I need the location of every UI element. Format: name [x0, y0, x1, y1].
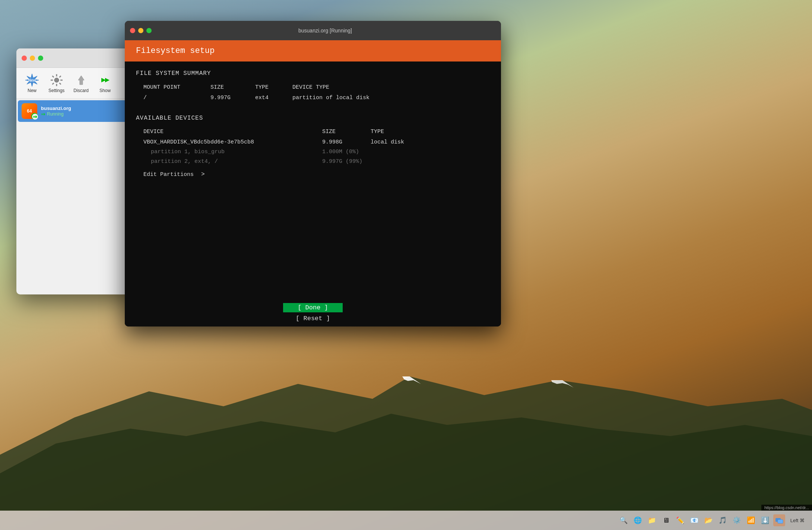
taskbar-icon-4[interactable]: 🖥 — [660, 514, 672, 526]
devices-table-header: DEVICE SIZE TYPE — [136, 127, 490, 136]
svg-point-6 — [54, 78, 59, 82]
col-header-device: DEVICE TYPE — [292, 83, 490, 92]
device-name-part2: partition 2, ext4, / — [136, 157, 322, 166]
taskbar-icon-5[interactable]: ✏️ — [674, 514, 686, 526]
buttons-area: [ Done ] [ Reset ] [ Back ] — [125, 296, 501, 326]
close-button[interactable] — [22, 56, 27, 61]
reset-button[interactable]: [ Reset ] — [283, 314, 343, 323]
terminal-area: FILE SYSTEM SUMMARY MOUNT POINT SIZE TYP… — [125, 61, 501, 326]
maximize-button[interactable] — [38, 56, 43, 61]
col-header-device-name: DEVICE — [136, 127, 322, 136]
col-header-mount: MOUNT POINT — [136, 83, 210, 92]
vm-icon: 64 ➜ — [22, 103, 37, 119]
taskbar-icon-11[interactable]: ⬇️ — [759, 514, 771, 526]
col-header-type2: TYPE — [371, 127, 490, 136]
settings-label: Settings — [48, 88, 64, 93]
fs-table-header: MOUNT POINT SIZE TYPE DEVICE TYPE — [136, 83, 490, 92]
taskbar-icon-9[interactable]: ⚙️ — [731, 514, 743, 526]
edit-partitions-row[interactable]: Edit Partitions > — [136, 170, 490, 180]
back-button[interactable]: [ Back ] — [283, 325, 343, 326]
device-name-part1: partition 1, bios_grub — [136, 148, 322, 157]
device-size-part2: 9.997G (99%) — [322, 157, 371, 166]
svg-line-12 — [59, 83, 61, 85]
mac-toolbar: New New — [16, 68, 141, 99]
mac-taskbar: 🔍 🌐 📁 🖥 ✏️ 📧 📂 🎵 ⚙️ 📶 ⬇️ Left ⌘ — [0, 511, 812, 530]
vm-item-busuanzi[interactable]: 64 ➜ busuanzi.org ⇒ Running — [18, 100, 140, 122]
device-row-part1: partition 1, bios_grub 1.000M (0%) — [136, 148, 490, 157]
discard-label: Discard — [73, 88, 89, 93]
mac-window: New New — [16, 48, 141, 294]
show-icon — [98, 73, 112, 87]
url-text: https://blog.csdn.net/dr... — [764, 505, 809, 510]
svg-marker-15 — [78, 76, 84, 85]
vm-info: busuanzi.org ⇒ Running — [41, 105, 136, 117]
vm-list: 64 ➜ busuanzi.org ⇒ Running — [16, 99, 141, 123]
svg-marker-17 — [105, 78, 110, 82]
installer-header: Filesystem setup — [125, 40, 501, 61]
taskbar-right-text: Left ⌘ — [790, 518, 805, 523]
mount-point-root: / — [136, 94, 210, 102]
svg-rect-19 — [778, 520, 783, 523]
available-devices-section: AVAILABLE DEVICES DEVICE SIZE TYPE VBOX_… — [136, 114, 490, 180]
svg-text:New: New — [28, 78, 36, 82]
mac-titlebar — [16, 48, 141, 68]
device-size-part1: 1.000M (0%) — [322, 148, 371, 157]
available-devices-title: AVAILABLE DEVICES — [136, 114, 490, 123]
svg-line-13 — [59, 76, 61, 78]
device-name-main: VBOX_HARDDISK_VBdc5bdd6e-3e7b5cb8 — [136, 138, 322, 147]
taskbar-icon-10[interactable]: 📶 — [745, 514, 757, 526]
device-row-main: VBOX_HARDDISK_VBdc5bdd6e-3e7b5cb8 9.998G… — [136, 138, 490, 147]
taskbar-icon-6[interactable]: 📧 — [688, 514, 700, 526]
fs-device-root: partition of local disk — [292, 94, 490, 102]
toolbar-new-button[interactable]: New New — [21, 71, 43, 95]
show-label: Show — [99, 88, 111, 93]
vbox-close-button[interactable] — [130, 28, 135, 33]
vbox-titlebar: busuanzi.org [Running] — [125, 21, 501, 40]
toolbar-discard-button[interactable]: Discard — [70, 71, 92, 95]
settings-icon — [50, 73, 64, 87]
taskbar-icon-3[interactable]: 📁 — [646, 514, 658, 526]
edit-partitions-label: Edit Partitions — [143, 170, 194, 179]
taskbar-icon-1[interactable]: 🔍 — [618, 514, 629, 526]
url-bar: https://blog.csdn.net/dr... — [761, 505, 812, 511]
device-size-main: 9.998G — [322, 138, 371, 147]
vm-status: ⇒ Running — [41, 111, 136, 117]
toolbar-settings-button[interactable]: Settings — [45, 71, 68, 95]
fs-row-1: / 9.997G ext4 partition of local disk — [136, 94, 490, 102]
vbox-max-button[interactable] — [146, 28, 152, 33]
svg-line-11 — [52, 76, 54, 78]
fs-summary-title: FILE SYSTEM SUMMARY — [136, 69, 490, 79]
col-header-size: SIZE — [210, 83, 255, 92]
col-header-type: TYPE — [255, 83, 292, 92]
taskbar-icon-vm[interactable] — [773, 514, 785, 526]
device-row-part2: partition 2, ext4, / 9.997G (99%) — [136, 157, 490, 166]
taskbar-icon-8[interactable]: 🎵 — [717, 514, 729, 526]
vbox-title: busuanzi.org [Running] — [155, 28, 496, 34]
toolbar-show-button[interactable]: Show — [94, 71, 116, 95]
svg-line-14 — [52, 83, 54, 85]
minimize-button[interactable] — [30, 56, 35, 61]
vbox-min-button[interactable] — [138, 28, 143, 33]
terminal-content: FILE SYSTEM SUMMARY MOUNT POINT SIZE TYP… — [125, 61, 501, 296]
col-header-size2: SIZE — [322, 127, 371, 136]
done-button[interactable]: [ Done ] — [283, 303, 343, 312]
device-type-main: local disk — [371, 138, 490, 147]
fs-size-root: 9.997G — [210, 94, 255, 102]
device-type-part2 — [371, 157, 490, 166]
edit-partitions-arrow: > — [201, 170, 205, 180]
taskbar-icon-7[interactable]: 📂 — [702, 514, 714, 526]
taskbar-icon-2[interactable]: 🌐 — [632, 514, 644, 526]
new-label: New — [28, 88, 37, 93]
vbox-window: busuanzi.org [Running] Filesystem setup … — [125, 21, 501, 326]
fs-type-root: ext4 — [255, 94, 292, 102]
installer-title: Filesystem setup — [136, 46, 215, 56]
device-type-part1 — [371, 148, 490, 157]
vm-name: busuanzi.org — [41, 105, 136, 111]
discard-icon — [74, 73, 88, 87]
new-icon: New — [25, 73, 39, 87]
